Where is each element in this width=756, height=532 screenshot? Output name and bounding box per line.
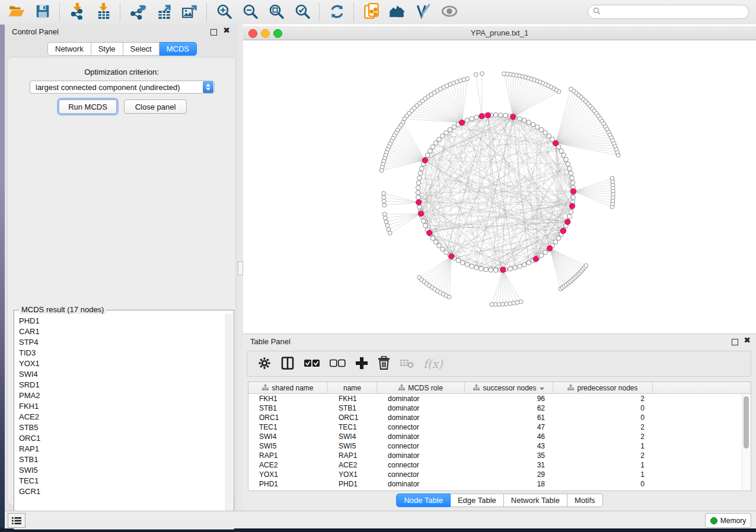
- cell-shared-name[interactable]: STB1: [248, 403, 328, 413]
- select-all-check-button[interactable]: [304, 359, 320, 369]
- cell-successor-nodes[interactable]: 29: [465, 470, 553, 479]
- search-box[interactable]: [588, 5, 749, 19]
- mcds-result-item[interactable]: SWI5: [15, 464, 225, 475]
- table-row[interactable]: FKH1FKH1dominator962: [248, 394, 751, 403]
- mcds-result-item[interactable]: STB1: [15, 454, 225, 464]
- show-columns-button[interactable]: [280, 356, 295, 372]
- table-row[interactable]: YOX1YOX1connector291: [248, 470, 751, 479]
- tab-mcds[interactable]: MCDS: [160, 42, 197, 56]
- tab-style[interactable]: Style: [91, 42, 123, 56]
- cell-successor-nodes[interactable]: 96: [465, 394, 553, 403]
- splitter-handle-icon[interactable]: [238, 261, 243, 275]
- task-history-button[interactable]: [8, 513, 25, 528]
- mcds-result-item[interactable]: GCR1: [15, 486, 225, 496]
- create-column-plus-button[interactable]: [355, 357, 368, 371]
- column-header-shared-name[interactable]: shared name: [248, 382, 328, 393]
- cell-predecessor-nodes[interactable]: 1: [553, 441, 653, 451]
- import-network-button[interactable]: [66, 2, 88, 23]
- mcds-result-item[interactable]: ORC1: [15, 432, 225, 443]
- node-table-scrollbar[interactable]: [742, 394, 750, 490]
- cell-predecessor-nodes[interactable]: 2: [553, 422, 653, 432]
- mcds-result-item[interactable]: CAR1: [15, 326, 225, 336]
- close-panel-button[interactable]: Close panel: [124, 100, 187, 114]
- cell-predecessor-nodes[interactable]: 2: [553, 451, 653, 460]
- mcds-result-item[interactable]: FKH1: [15, 400, 225, 411]
- node-table-body[interactable]: FKH1FKH1dominator962STB1STB1dominator620…: [248, 394, 751, 489]
- delete-column-trash-button[interactable]: [378, 356, 390, 371]
- cell-shared-name[interactable]: TEC1: [248, 422, 328, 432]
- mcds-result-item[interactable]: PHD1: [15, 315, 225, 326]
- cell-shared-name[interactable]: SWI5: [248, 441, 328, 451]
- cell-MCDS-role[interactable]: connector: [377, 460, 465, 470]
- cell-successor-nodes[interactable]: 35: [465, 451, 553, 460]
- mcds-result-list[interactable]: PHD1CAR1STP4TID3YOX1SWI4SRD1PMA2FKH1ACE2…: [15, 315, 225, 528]
- table-row[interactable]: SWI4SWI4dominator462: [248, 432, 751, 441]
- cell-successor-nodes[interactable]: 31: [465, 460, 553, 470]
- cell-shared-name[interactable]: PHD1: [248, 479, 328, 489]
- table-row[interactable]: ORC1ORC1dominator610: [248, 413, 751, 422]
- cell-MCDS-role[interactable]: connector: [377, 470, 465, 479]
- cell-MCDS-role[interactable]: connector: [377, 422, 465, 432]
- cell-successor-nodes[interactable]: 18: [465, 479, 553, 489]
- cell-predecessor-nodes[interactable]: 2: [553, 432, 653, 441]
- cell-shared-name[interactable]: FKH1: [248, 394, 328, 403]
- cell-name[interactable]: PHD1: [328, 479, 377, 489]
- cell-name[interactable]: SWI4: [328, 432, 377, 441]
- table-row[interactable]: RAP1RAP1dominator352: [248, 451, 751, 460]
- cell-predecessor-nodes[interactable]: 0: [553, 403, 653, 413]
- refresh-layout-button[interactable]: [326, 2, 348, 23]
- cell-MCDS-role[interactable]: dominator: [377, 403, 465, 413]
- cell-predecessor-nodes[interactable]: 2: [553, 394, 653, 403]
- cell-name[interactable]: TEC1: [328, 422, 377, 432]
- table-row[interactable]: ACE2ACE2connector311: [248, 460, 751, 470]
- export-image-button[interactable]: [178, 2, 201, 23]
- close-table-panel-icon[interactable]: ✖: [744, 336, 751, 344]
- tab-network-table[interactable]: Network Table: [504, 493, 567, 507]
- run-mcds-button[interactable]: Run MCDS: [59, 100, 117, 114]
- export-network-button[interactable]: [126, 2, 149, 23]
- column-header-successor-nodes[interactable]: successor nodes: [465, 382, 553, 393]
- column-header-name[interactable]: name: [328, 382, 377, 393]
- zoom-out-button[interactable]: [239, 2, 261, 23]
- save-session-button[interactable]: [31, 2, 54, 23]
- mcds-result-item[interactable]: SWI4: [15, 368, 225, 379]
- cell-successor-nodes[interactable]: 43: [465, 441, 553, 451]
- tab-motifs[interactable]: Motifs: [567, 493, 603, 507]
- cell-successor-nodes[interactable]: 46: [465, 432, 553, 441]
- deselect-all-check-button[interactable]: [330, 359, 346, 369]
- tab-edge-table[interactable]: Edge Table: [451, 493, 504, 507]
- scrollbar-thumb[interactable]: [744, 396, 749, 448]
- cell-MCDS-role[interactable]: dominator: [377, 413, 465, 422]
- search-input[interactable]: [604, 7, 748, 17]
- mcds-result-scrollbar[interactable]: [225, 314, 233, 528]
- mcds-result-item[interactable]: PMA2: [15, 390, 225, 400]
- column-header-predecessor-nodes[interactable]: predecessor nodes: [553, 382, 653, 393]
- cell-MCDS-role[interactable]: connector: [377, 441, 465, 451]
- cell-name[interactable]: FKH1: [328, 394, 377, 403]
- zoom-fit-button[interactable]: [265, 2, 288, 23]
- cell-predecessor-nodes[interactable]: 0: [553, 413, 653, 422]
- tab-select[interactable]: Select: [123, 42, 160, 56]
- cell-predecessor-nodes[interactable]: 0: [553, 479, 653, 489]
- cell-shared-name[interactable]: YOX1: [248, 470, 328, 479]
- mcds-result-item[interactable]: TEC1: [15, 475, 225, 486]
- mcds-result-item[interactable]: RAP1: [15, 443, 225, 454]
- mcds-result-item[interactable]: STP4: [15, 336, 225, 347]
- cell-name[interactable]: SWI5: [328, 441, 377, 451]
- table-mode-gear-button[interactable]: [258, 357, 271, 371]
- network-canvas[interactable]: [243, 40, 756, 334]
- zoom-in-button[interactable]: [213, 2, 235, 23]
- cell-name[interactable]: STB1: [328, 403, 377, 413]
- cell-name[interactable]: RAP1: [328, 451, 377, 460]
- cell-MCDS-role[interactable]: dominator: [377, 479, 465, 489]
- style-editor-button[interactable]: [412, 2, 435, 23]
- table-row[interactable]: PHD1PHD1dominator180: [248, 479, 751, 489]
- network-window-titlebar[interactable]: YPA_prune.txt_1: [243, 26, 756, 40]
- mcds-result-item[interactable]: ACE2: [15, 411, 225, 422]
- network-overview-button[interactable]: [360, 2, 382, 23]
- tab-node-table[interactable]: Node Table: [396, 493, 451, 507]
- cell-shared-name[interactable]: SWI4: [248, 432, 328, 441]
- cell-successor-nodes[interactable]: 61: [465, 413, 553, 422]
- optimization-criterion-select[interactable]: largest connected component (undirected): [30, 81, 215, 94]
- column-header-MCDS-role[interactable]: MCDS role: [377, 382, 465, 393]
